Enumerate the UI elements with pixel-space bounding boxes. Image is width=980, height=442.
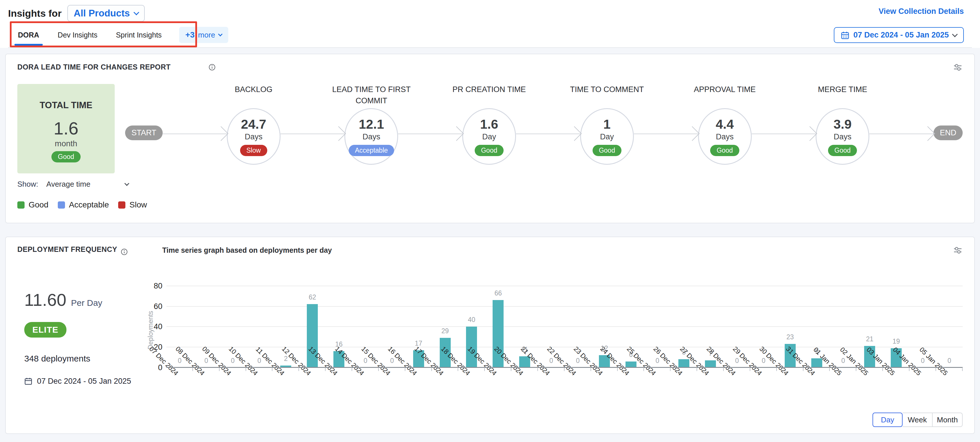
more-tabs-dropdown[interactable]: +3 more xyxy=(179,27,228,43)
show-value: Average time xyxy=(46,180,91,189)
stage-unit: Days xyxy=(716,132,734,141)
chevron-down-icon xyxy=(124,181,129,186)
flow-arrow xyxy=(634,133,698,134)
total-time-panel: TOTAL TIME 1.6 month Good xyxy=(18,84,115,173)
deployment-bar[interactable] xyxy=(625,361,636,368)
bar-value-label: 0 xyxy=(364,357,368,365)
stage-value: 12.1 xyxy=(359,117,384,132)
bar-value-label: 0 xyxy=(735,357,739,365)
product-selector-value: All Products xyxy=(74,8,130,19)
start-pill: START xyxy=(125,125,163,140)
performance-badge: ELITE xyxy=(24,322,67,337)
stage-circle: 24.7DaysSlow xyxy=(227,108,280,165)
tab-dora[interactable]: DORA xyxy=(17,25,40,45)
legend-swatch xyxy=(58,201,65,209)
stage-unit: Days xyxy=(363,132,380,141)
stage-merge-time[interactable]: MERGE TIME3.9DaysGood xyxy=(816,84,869,165)
deployment-rate-unit: Per Day xyxy=(71,298,102,308)
bar-value-label: 21 xyxy=(866,335,873,343)
status-legend: GoodAcceptableSlow xyxy=(18,200,963,209)
stage-value: 1.6 xyxy=(480,117,498,132)
chevron-down-icon xyxy=(134,10,140,15)
stage-value: 4.4 xyxy=(716,117,734,132)
stage-backlog[interactable]: BACKLOG24.7DaysSlow xyxy=(227,84,280,165)
tabs-list: DORADev InsightsSprint Insights xyxy=(17,25,179,45)
product-selector-dropdown[interactable]: All Products xyxy=(67,5,145,22)
x-axis-baseline xyxy=(166,367,963,368)
stage-circle: 3.9DaysGood xyxy=(816,108,869,165)
bar-value-label: 0 xyxy=(947,357,951,365)
bar-value-label: 0 xyxy=(549,357,553,365)
stage-status-badge: Good xyxy=(710,145,739,156)
active-tab-underline xyxy=(14,44,43,46)
tab-sprint-insights[interactable]: Sprint Insights xyxy=(115,25,163,45)
stage-circle: 4.4DaysGood xyxy=(698,108,752,165)
deployment-stats-panel: 11.60 Per Day ELITE 348 deployments 07 D… xyxy=(18,258,133,386)
stage-name: BACKLOG xyxy=(206,84,301,108)
legend-swatch xyxy=(18,201,25,209)
bar-value-label: 0 xyxy=(762,357,765,365)
total-time-status-badge: Good xyxy=(51,151,80,162)
stage-status-badge: Good xyxy=(475,145,504,156)
widget-settings-icon[interactable] xyxy=(953,246,963,255)
bar-value-label: 40 xyxy=(468,316,476,324)
legend-label: Slow xyxy=(129,200,147,209)
bar-value-label: 0 xyxy=(390,357,394,365)
granularity-week-button[interactable]: Week xyxy=(902,413,932,427)
widget-settings-icon[interactable] xyxy=(953,63,963,71)
lead-time-report-card: DORA LEAD TIME FOR CHANGES REPORT TOTAL … xyxy=(5,54,975,223)
bar-value-label: 0 xyxy=(841,357,845,365)
tabs-bar: DORADev InsightsSprint Insights +3 more … xyxy=(8,22,972,48)
date-range-picker[interactable]: 07 Dec 2024 - 05 Jan 2025 xyxy=(834,27,964,43)
flow-arrow xyxy=(869,133,934,134)
stage-name: PR CREATION TIME xyxy=(441,84,537,108)
stage-unit: Days xyxy=(245,132,262,141)
bar-value-label: 66 xyxy=(494,289,502,297)
legend-item-slow: Slow xyxy=(118,200,147,209)
legend-item-good: Good xyxy=(18,200,49,209)
bar-value-label: 23 xyxy=(786,333,794,341)
stage-approval-time[interactable]: APPROVAL TIME4.4DaysGood xyxy=(698,84,752,165)
stage-time-to-comment[interactable]: TIME TO COMMENT1DayGood xyxy=(580,84,634,165)
stage-name: MERGE TIME xyxy=(795,84,890,108)
show-metric-dropdown[interactable]: Show: Average time xyxy=(18,180,963,189)
bar-value-label: 0 xyxy=(178,357,182,365)
top-header: Insights for All Products View Collectio… xyxy=(0,0,980,48)
info-icon[interactable] xyxy=(121,249,128,255)
stage-lead-time-to-first-commit[interactable]: LEAD TIME TO FIRST COMMIT12.1DaysAccepta… xyxy=(344,84,398,165)
granularity-toggle: DayWeekMonth xyxy=(872,413,963,427)
stage-circle: 12.1DaysAcceptable xyxy=(344,108,398,165)
chevron-down-icon xyxy=(952,32,958,37)
bar-value-label: 0 xyxy=(576,357,579,365)
deployment-frequency-card: DEPLOYMENT FREQUENCY Time series graph b… xyxy=(5,236,975,434)
granularity-day-button[interactable]: Day xyxy=(872,413,902,427)
stage-pr-creation-time[interactable]: PR CREATION TIME1.6DayGood xyxy=(462,84,516,165)
bar-value-label: 0 xyxy=(258,357,261,365)
stage-status-badge: Acceptable xyxy=(349,145,395,156)
chevron-down-icon xyxy=(218,32,223,36)
deployment-bar[interactable] xyxy=(705,360,716,368)
stage-circle: 1.6DayGood xyxy=(462,108,516,165)
calendar-icon xyxy=(24,377,32,385)
flow-arrow xyxy=(163,133,227,134)
deployment-bar[interactable] xyxy=(678,359,689,367)
granularity-month-button[interactable]: Month xyxy=(932,413,963,427)
chart-plot-area: 007 Dec 2024008 Dec 2024009 Dec 2024010 … xyxy=(166,286,963,368)
stage-name: LEAD TIME TO FIRST COMMIT xyxy=(324,84,419,108)
total-time-value: 1.6 xyxy=(53,118,78,138)
stage-value: 1 xyxy=(603,117,611,132)
tab-dev-insights[interactable]: Dev Insights xyxy=(57,25,99,45)
flow-arrow xyxy=(516,133,580,134)
total-deployments-count: 348 deployments xyxy=(24,354,133,364)
bar-value-label: 0 xyxy=(204,357,208,365)
chart-subtitle: Time series graph based on deployments p… xyxy=(162,246,332,255)
bar-slot[interactable]: 005 Jan 2025 xyxy=(936,286,963,368)
info-icon[interactable] xyxy=(208,64,216,71)
deployment-card-title: DEPLOYMENT FREQUENCY xyxy=(18,245,117,253)
bar-value-label: 29 xyxy=(441,327,449,335)
more-tabs-label: more xyxy=(198,30,215,40)
view-collection-details-link[interactable]: View Collection Details xyxy=(878,7,964,16)
bar-value-label: 0 xyxy=(231,357,235,365)
legend-label: Good xyxy=(29,200,49,209)
y-tick-label: 60 xyxy=(154,302,162,311)
